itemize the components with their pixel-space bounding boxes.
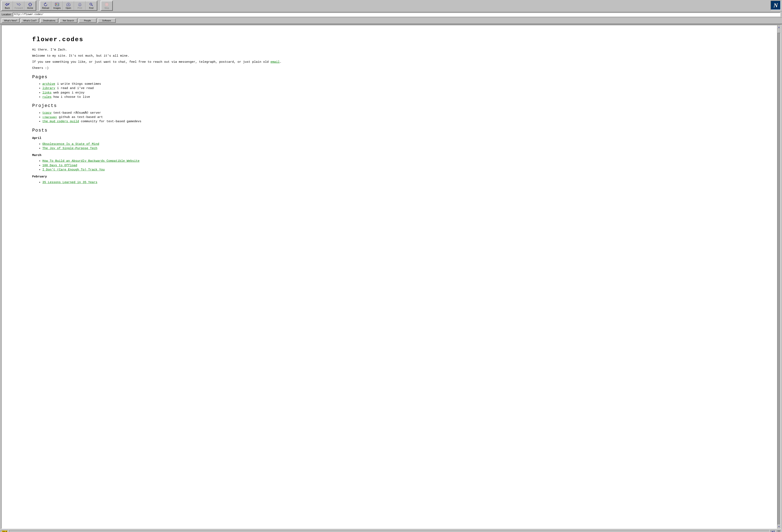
images-label: Images	[54, 7, 61, 9]
list-item: library i read and i've read	[42, 86, 746, 91]
forward-label: Forward	[15, 7, 23, 9]
status-bar: T//-0 ✉ ?	[0, 529, 782, 532]
find-icon	[89, 2, 93, 7]
print-button[interactable]: Print	[74, 1, 85, 10]
post-link[interactable]: Obsolescence Is a State of Mind	[42, 142, 99, 146]
list-item: tcpcv text-based rÃ©sumÃ© server	[42, 111, 746, 115]
reload-icon	[44, 2, 48, 7]
svg-marker-9	[105, 3, 108, 6]
page-link-rules[interactable]: rules	[42, 95, 51, 99]
project-link-marquee[interactable]: </marquee>	[42, 116, 57, 119]
month-april: April	[32, 136, 746, 140]
intro-1: Hi there. I'm Zach.	[32, 48, 746, 52]
document-icon	[778, 530, 780, 532]
status-doc[interactable]	[777, 530, 781, 532]
list-item: links web pages i enjoy	[42, 91, 746, 95]
post-link[interactable]: 100 Days to Offload	[42, 164, 77, 167]
vertical-scrollbar[interactable]: ▲ ▼	[777, 25, 781, 529]
open-label: Open	[66, 7, 71, 9]
page-link-library[interactable]: library	[42, 86, 55, 90]
images-button[interactable]: Images	[51, 1, 63, 10]
svg-rect-4	[78, 4, 81, 5]
dir-software[interactable]: Software	[98, 18, 116, 23]
find-button[interactable]: Find	[85, 1, 97, 10]
reload-label: Reload	[42, 7, 49, 9]
list-item: I Don't (Care Enough To) Track You	[42, 168, 746, 172]
list-item: Obsolescence Is a State of Mind	[42, 142, 746, 146]
projects-heading: Projects	[32, 103, 746, 109]
netscape-logo[interactable]: N	[771, 1, 781, 10]
question-icon: ?	[774, 530, 775, 532]
svg-line-8	[92, 5, 93, 6]
open-button[interactable]: Open	[63, 1, 74, 10]
viewport-wrap: flower.codes Hi there. I'm Zach. Welcome…	[0, 24, 782, 529]
month-february: February	[32, 175, 746, 179]
page-link-links[interactable]: links	[42, 91, 51, 95]
post-link[interactable]: 35 Lessons Learned in 35 Years	[42, 181, 97, 184]
stop-button[interactable]: Stop	[101, 1, 112, 10]
list-item: The Joy of Single-Purpose Tech	[42, 146, 746, 150]
projects-list: tcpcv text-based rÃ©sumÃ© server </marqu…	[32, 111, 746, 124]
post-link[interactable]: How To Build an Absurdly Backwards Compa…	[42, 159, 140, 163]
posts-february: 35 Lessons Learned in 35 Years	[32, 180, 746, 184]
reload-button[interactable]: Reload	[40, 1, 51, 10]
main-toolbar: Back Forward Home Reload Images	[0, 0, 782, 12]
project-link-tcpcv[interactable]: tcpcv	[42, 111, 51, 115]
back-arrow-icon	[5, 2, 10, 7]
directory-bar: What's New? What's Cool? Destinations Ne…	[0, 17, 782, 24]
open-icon	[66, 2, 70, 7]
home-icon	[28, 2, 32, 7]
pages-heading: Pages	[32, 74, 746, 80]
post-link[interactable]: I Don't (Care Enough To) Track You	[42, 168, 105, 172]
mail-button[interactable]: ✉ ?	[771, 530, 776, 532]
svg-rect-5	[79, 3, 81, 4]
dir-whats-new[interactable]: What's New?	[2, 18, 20, 23]
location-bar: Location:	[0, 12, 782, 17]
email-link[interactable]: email	[271, 60, 280, 64]
chevron-up-icon: ▲	[778, 26, 780, 28]
find-label: Find	[89, 7, 93, 9]
svg-point-3	[56, 4, 57, 4]
stop-group: Stop	[101, 1, 113, 11]
svg-point-0	[8, 3, 9, 4]
dir-people[interactable]: People	[79, 18, 97, 23]
home-button[interactable]: Home	[25, 1, 36, 10]
stop-icon	[105, 2, 109, 7]
page-content: flower.codes Hi there. I'm Zach. Welcome…	[2, 25, 777, 192]
svg-point-1	[17, 3, 17, 4]
back-label: Back	[5, 7, 10, 9]
posts-heading: Posts	[32, 128, 746, 134]
list-item: the mud coders guild community for text-…	[42, 119, 746, 123]
print-icon	[78, 2, 82, 7]
home-label: Home	[27, 7, 33, 9]
forward-button[interactable]: Forward	[13, 1, 25, 10]
pages-list: archive i write things sometimes library…	[32, 82, 746, 99]
scroll-up-button[interactable]: ▲	[778, 25, 780, 29]
list-item: rules how i choose to live	[42, 95, 746, 99]
dir-whats-cool[interactable]: What's Cool?	[21, 18, 39, 23]
print-label: Print	[78, 7, 82, 9]
project-link-mud[interactable]: the mud coders guild	[42, 120, 79, 123]
scroll-thumb[interactable]	[778, 29, 780, 33]
scroll-track[interactable]	[778, 29, 780, 525]
back-button[interactable]: Back	[2, 1, 13, 10]
dir-net-search[interactable]: Net Search	[60, 18, 77, 23]
post-link[interactable]: The Joy of Single-Purpose Tech	[42, 147, 97, 150]
scroll-down-button[interactable]: ▼	[778, 525, 780, 528]
page-viewport: flower.codes Hi there. I'm Zach. Welcome…	[1, 25, 777, 529]
status-logo[interactable]: T//-0	[1, 530, 8, 532]
intro-3: If you see something you like, or just w…	[32, 60, 746, 64]
dir-destinations[interactable]: Destinations	[40, 18, 58, 23]
month-march: March	[32, 153, 746, 157]
stop-label: Stop	[104, 7, 109, 9]
url-input[interactable]	[13, 12, 780, 16]
page-link-archive[interactable]: archive	[42, 82, 55, 86]
location-label: Location:	[2, 13, 11, 16]
list-item: How To Build an Absurdly Backwards Compa…	[42, 159, 746, 163]
netscape-n-icon: N	[774, 2, 778, 9]
images-icon	[55, 2, 59, 7]
page-group: Reload Images Open Print Find	[39, 1, 97, 11]
tho-icon: T//-0	[2, 531, 7, 532]
chevron-down-icon: ▼	[778, 526, 780, 528]
forward-arrow-icon	[16, 2, 21, 7]
